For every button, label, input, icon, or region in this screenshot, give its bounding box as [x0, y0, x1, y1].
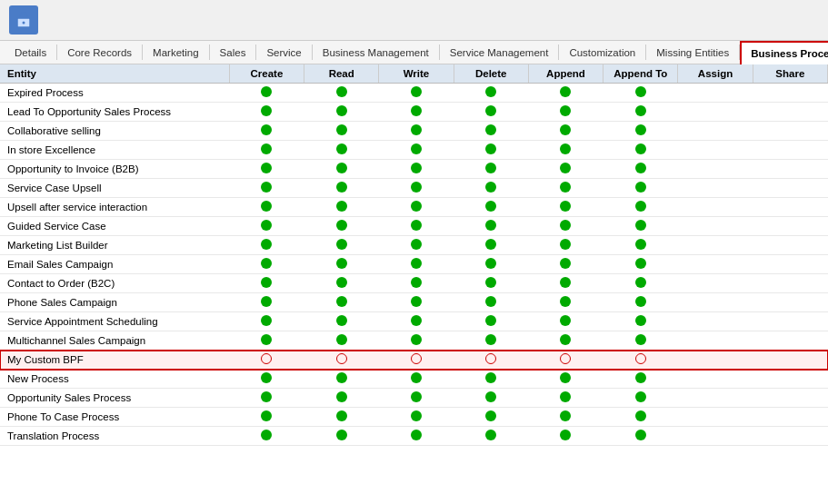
cell-create[interactable]: [229, 370, 304, 389]
cell-append[interactable]: [528, 198, 603, 217]
cell-delete[interactable]: [454, 255, 528, 274]
cell-append[interactable]: [528, 351, 603, 370]
cell-assign[interactable]: [678, 141, 753, 160]
permission-dot-full[interactable]: [635, 163, 646, 173]
cell-assign[interactable]: [678, 312, 753, 331]
cell-read[interactable]: [304, 236, 379, 255]
permission-dot-full[interactable]: [485, 239, 496, 250]
cell-appendto[interactable]: [604, 160, 678, 179]
permission-dot-empty[interactable]: [485, 353, 496, 364]
permission-dot-full[interactable]: [336, 163, 347, 173]
permission-dot-full[interactable]: [411, 315, 422, 326]
cell-appendto[interactable]: [604, 408, 678, 427]
cell-share[interactable]: [753, 331, 827, 351]
permission-dot-full[interactable]: [485, 277, 496, 288]
cell-read[interactable]: [304, 141, 379, 160]
table-row[interactable]: Contact to Order (B2C): [0, 274, 828, 293]
cell-read[interactable]: [304, 389, 379, 408]
permission-dot-full[interactable]: [560, 372, 571, 383]
cell-appendto[interactable]: [604, 84, 678, 103]
cell-assign[interactable]: [678, 370, 753, 389]
cell-delete[interactable]: [454, 427, 528, 446]
cell-delete[interactable]: [454, 370, 528, 389]
cell-delete[interactable]: [454, 389, 528, 408]
permission-dot-full[interactable]: [411, 258, 422, 269]
cell-create[interactable]: [229, 427, 304, 446]
permission-dot-full[interactable]: [411, 105, 422, 116]
permission-dot-full[interactable]: [411, 124, 422, 135]
cell-appendto[interactable]: [604, 370, 678, 389]
cell-read[interactable]: [304, 179, 379, 198]
cell-append[interactable]: [528, 293, 603, 312]
cell-write[interactable]: [379, 370, 454, 389]
permission-dot-full[interactable]: [485, 201, 496, 212]
permission-dot-full[interactable]: [261, 239, 272, 250]
permission-dot-full[interactable]: [336, 410, 347, 421]
table-row[interactable]: Phone To Case Process: [0, 408, 828, 427]
cell-share[interactable]: [753, 84, 827, 103]
permission-dot-full[interactable]: [485, 410, 496, 421]
tab-customization[interactable]: Customization: [559, 41, 645, 64]
cell-read[interactable]: [304, 160, 379, 179]
cell-read[interactable]: [304, 255, 379, 274]
cell-read[interactable]: [304, 274, 379, 293]
cell-appendto[interactable]: [604, 141, 678, 160]
cell-appendto[interactable]: [604, 351, 678, 370]
cell-create[interactable]: [229, 217, 304, 236]
cell-append[interactable]: [528, 274, 603, 293]
table-row[interactable]: Email Sales Campaign: [0, 255, 828, 274]
permission-dot-full[interactable]: [635, 334, 646, 345]
cell-append[interactable]: [528, 217, 603, 236]
cell-assign[interactable]: [678, 122, 753, 141]
cell-assign[interactable]: [678, 389, 753, 408]
cell-append[interactable]: [528, 236, 603, 255]
permission-dot-full[interactable]: [261, 182, 272, 193]
cell-share[interactable]: [753, 370, 827, 389]
permission-dot-full[interactable]: [336, 182, 347, 193]
cell-share[interactable]: [753, 198, 827, 217]
cell-write[interactable]: [379, 427, 454, 446]
cell-assign[interactable]: [678, 293, 753, 312]
permission-dot-full[interactable]: [336, 372, 347, 383]
permission-dot-full[interactable]: [635, 277, 646, 288]
permission-dot-full[interactable]: [635, 220, 646, 231]
cell-append[interactable]: [528, 84, 603, 103]
cell-create[interactable]: [229, 351, 304, 370]
permission-dot-empty[interactable]: [411, 353, 422, 364]
permission-dot-full[interactable]: [560, 258, 571, 269]
cell-write[interactable]: [379, 198, 454, 217]
cell-appendto[interactable]: [604, 217, 678, 236]
permission-dot-full[interactable]: [560, 277, 571, 288]
cell-read[interactable]: [304, 408, 379, 427]
cell-create[interactable]: [229, 84, 304, 103]
table-row[interactable]: Expired Process: [0, 84, 828, 103]
cell-create[interactable]: [229, 312, 304, 331]
permission-dot-full[interactable]: [411, 220, 422, 231]
cell-create[interactable]: [229, 141, 304, 160]
cell-appendto[interactable]: [604, 255, 678, 274]
table-row[interactable]: Lead To Opportunity Sales Process: [0, 103, 828, 122]
cell-write[interactable]: [379, 122, 454, 141]
cell-appendto[interactable]: [604, 312, 678, 331]
tab-details[interactable]: Details: [5, 41, 56, 64]
cell-delete[interactable]: [454, 160, 528, 179]
permission-dot-full[interactable]: [485, 220, 496, 231]
cell-delete[interactable]: [454, 408, 528, 427]
permission-dot-full[interactable]: [261, 410, 272, 421]
cell-create[interactable]: [229, 122, 304, 141]
cell-append[interactable]: [528, 370, 603, 389]
permission-dot-full[interactable]: [261, 315, 272, 326]
cell-delete[interactable]: [454, 351, 528, 370]
cell-share[interactable]: [753, 293, 827, 312]
cell-appendto[interactable]: [604, 103, 678, 122]
permission-dot-full[interactable]: [485, 124, 496, 135]
permission-dot-full[interactable]: [261, 201, 272, 212]
cell-create[interactable]: [229, 389, 304, 408]
cell-read[interactable]: [304, 122, 379, 141]
cell-assign[interactable]: [678, 408, 753, 427]
permission-dot-full[interactable]: [635, 372, 646, 383]
permission-dot-full[interactable]: [485, 391, 496, 402]
cell-write[interactable]: [379, 274, 454, 293]
cell-append[interactable]: [528, 331, 603, 351]
tab-service-management[interactable]: Service Management: [440, 41, 559, 64]
